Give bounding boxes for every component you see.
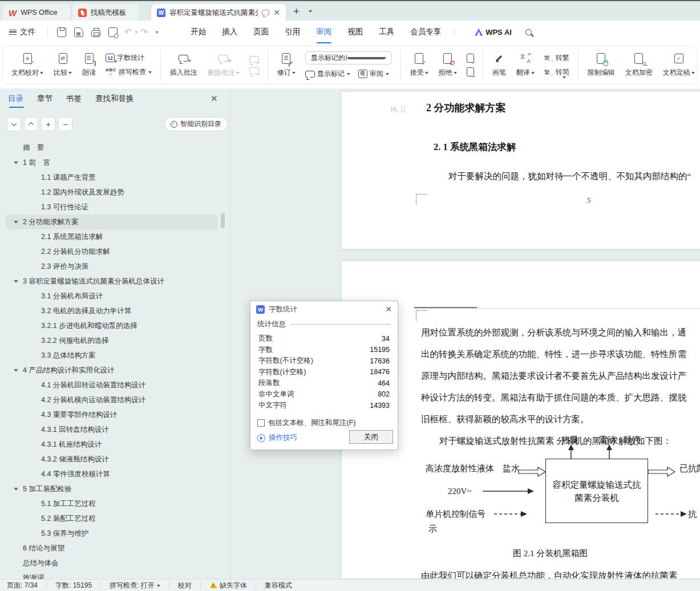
wps-ai-button[interactable]: WPS AI: [475, 28, 512, 37]
toc-item[interactable]: 5.2 装配工艺过程: [6, 511, 218, 526]
toc-item[interactable]: 3.2.1 步进电机和蠕动泵的选择: [6, 318, 218, 333]
delete-comment-button[interactable]: × 删除批注: [203, 52, 245, 78]
word-count-button[interactable]: 12+ 字数统计: [106, 53, 152, 63]
missing-font-warning[interactable]: 缺失字体: [209, 581, 247, 590]
toc-item[interactable]: 4.1 分装机回转运动装置结构设计: [6, 378, 218, 392]
read-aloud-button[interactable]: ) 朗读: [77, 52, 101, 78]
toc-item[interactable]: 3.3 总体结构方案: [6, 348, 218, 363]
undo-caret-icon[interactable]: [135, 31, 138, 35]
accept-change-button[interactable]: ✓ 接受: [405, 52, 434, 78]
sidebar-close-icon[interactable]: ✕: [211, 94, 218, 104]
insert-comment-button[interactable]: + 插入批注: [165, 52, 203, 78]
toc-item[interactable]: 3 容积定量螺旋输送式抗菌素分装机总体设计: [6, 274, 218, 289]
toc-collapse-arrow-icon[interactable]: [6, 279, 23, 284]
hamburger-icon[interactable]: [9, 30, 17, 35]
collapse-all-button[interactable]: [7, 117, 21, 131]
toc-item[interactable]: 5.1 加工工艺过程: [6, 496, 218, 511]
menu-item[interactable]: 工具: [371, 22, 402, 42]
finalize-document-button[interactable]: ✓ 文档定稿: [658, 52, 700, 78]
proofing-button[interactable]: 校对: [178, 581, 192, 590]
menu-item[interactable]: 审阅: [308, 22, 339, 42]
reject-change-button[interactable]: ∅ 拒绝: [434, 52, 462, 78]
undo-icon[interactable]: ↶: [124, 27, 132, 37]
spell-check-button[interactable]: ABC✓ 拼写检查: [106, 67, 152, 77]
toc-item[interactable]: 3.1 分装机布局设计: [6, 289, 218, 303]
tab-docer-template[interactable]: 找稿壳模板: [72, 4, 139, 21]
include-textbox-checkbox-row[interactable]: 包括文本框、脚注和尾注(F): [257, 418, 391, 428]
spell-check-status[interactable]: 拼写检查: 打开: [110, 581, 160, 590]
toc-item[interactable]: 1.1 课题产生背景: [6, 170, 218, 185]
toc-item[interactable]: 总结与体会: [6, 556, 218, 570]
sidebar-tab[interactable]: 书签: [66, 94, 82, 104]
toc-item[interactable]: 2 分功能求解方案: [6, 214, 218, 229]
sidebar-scrollbar-thumb[interactable]: [221, 213, 225, 228]
document-page-5[interactable]: H₁ 2 分功能求解方案 2. 1 系统黑箱法求解 对于要解决的问题，犹如对待一…: [341, 91, 700, 249]
heading-level-marker[interactable]: H₁: [391, 106, 406, 114]
sidebar-tab[interactable]: 目录: [8, 94, 23, 104]
tab-document[interactable]: W 容积定量螺旋输送式抗菌素分装 ✕: [151, 4, 286, 21]
toc-item[interactable]: 3.2.2 伺服电机的选择: [6, 333, 218, 348]
word-count-indicator[interactable]: 字数: 15195: [55, 581, 92, 590]
close-button[interactable]: 关闭: [349, 430, 393, 444]
toc-item[interactable]: 4 产品结构设计和实用化设计: [6, 363, 218, 378]
sidebar-tab[interactable]: 章节: [37, 94, 52, 104]
previous-change-button[interactable]: ←: [467, 54, 474, 63]
tab-list-dropdown-icon[interactable]: [309, 10, 312, 14]
toc-item[interactable]: 4.3.2 储液瓶结构设计: [6, 452, 218, 467]
toc-collapse-arrow-icon[interactable]: [6, 160, 23, 165]
export-icon[interactable]: [74, 27, 83, 37]
print-icon[interactable]: [91, 30, 100, 37]
simplified-to-traditional-button[interactable]: 简 转繁: [544, 53, 569, 63]
menu-item[interactable]: 视图: [339, 22, 371, 42]
compare-button[interactable]: ⇄ 比较: [48, 52, 77, 78]
compatibility-mode-indicator[interactable]: 兼容模式: [265, 581, 292, 590]
toc-item[interactable]: 6 结论与展望: [6, 541, 218, 556]
toc-collapse-arrow-icon[interactable]: [6, 487, 23, 492]
review-button[interactable]: 司 审阅: [358, 69, 389, 79]
redo-caret-icon[interactable]: [155, 31, 159, 35]
expand-all-button[interactable]: [24, 117, 38, 131]
menu-item[interactable]: 页面: [245, 22, 277, 42]
toc-item[interactable]: 4.2 分装机横向运动装置结构设计: [6, 392, 218, 407]
collapse-level-button[interactable]: −: [58, 117, 72, 131]
toc-item[interactable]: 2.1 系统黑箱法求解: [6, 229, 218, 244]
toc-item[interactable]: 1.3 可行性论证: [6, 200, 218, 214]
menu-item[interactable]: 开始: [183, 22, 214, 42]
toc-item[interactable]: 2.2 分装机分功能求解: [6, 244, 218, 259]
traditional-to-simplified-button[interactable]: 繁 转简: [544, 67, 569, 77]
encrypt-document-button[interactable]: 文档加密: [620, 52, 658, 78]
toc-collapse-arrow-icon[interactable]: [6, 368, 23, 373]
toc-item[interactable]: 摘 要: [6, 140, 218, 155]
ribbon-group-expand-icon[interactable]: [563, 76, 566, 80]
show-markup-button[interactable]: 显示标记: [305, 69, 350, 79]
menu-item[interactable]: 会员专享: [402, 22, 449, 42]
toc-item[interactable]: 3.2 电机的选择及动力学计算: [6, 303, 218, 318]
previous-comment-button[interactable]: ←: [249, 56, 259, 63]
toc-item[interactable]: 4.3.1 回转盘结构设计: [6, 422, 218, 437]
toc-item[interactable]: 4.4 零件强度校核计算: [6, 467, 218, 481]
next-change-button[interactable]: →: [467, 67, 474, 76]
tips-link[interactable]: 操作技巧: [257, 433, 297, 443]
comment-bubble-icon[interactable]: [262, 10, 269, 15]
tab-wps-office[interactable]: W WPS Office: [3, 4, 70, 21]
dialog-close-icon[interactable]: ✕: [385, 305, 392, 314]
toc-collapse-arrow-icon[interactable]: [6, 220, 23, 225]
smart-toc-button[interactable]: 智能识别目录: [164, 117, 228, 131]
tab-close-icon[interactable]: ✕: [273, 9, 280, 17]
print-preview-icon[interactable]: [108, 27, 118, 37]
search-icon[interactable]: [525, 29, 532, 35]
restrict-editing-button[interactable]: 限制编辑: [582, 52, 620, 78]
ink-pen-button[interactable]: 画笔: [487, 52, 511, 78]
new-tab-button[interactable]: +: [293, 5, 300, 18]
track-changes-button[interactable]: 修订: [272, 52, 301, 78]
doc-proofing-button[interactable]: a✓ 文档校对: [6, 52, 48, 78]
file-menu[interactable]: 文件: [20, 27, 35, 37]
next-comment-button[interactable]: →: [249, 67, 259, 74]
dialog-title-bar[interactable]: W 字数统计 ✕: [250, 301, 398, 317]
redo-icon[interactable]: ↷: [141, 27, 148, 37]
toc-item[interactable]: 4.3 重要零部件结构设计: [6, 407, 218, 422]
markup-state-select[interactable]: 显示标记的最终状态: [305, 51, 392, 64]
toc-item[interactable]: 1.2 国内外现状及发展趋势: [6, 185, 218, 200]
checkbox-unchecked[interactable]: [257, 419, 265, 427]
toc-item[interactable]: 2.3 评价与决策: [6, 259, 218, 274]
